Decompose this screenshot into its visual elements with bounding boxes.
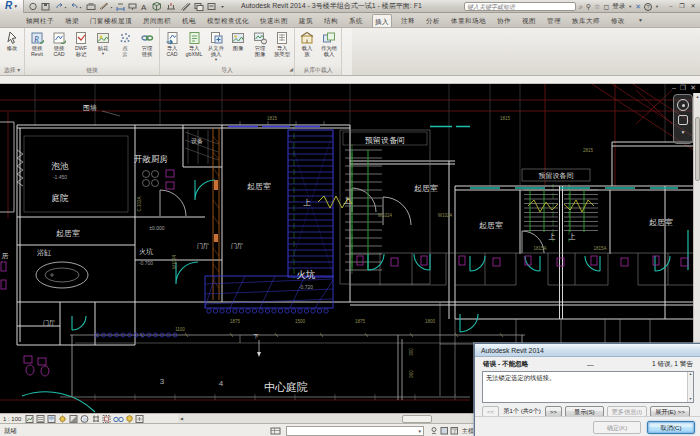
view-minimize-button[interactable]: – <box>672 84 676 92</box>
search-input[interactable] <box>464 2 576 11</box>
ribbon-tab-协作[interactable]: 协作 <box>495 14 513 27</box>
ribbon-button-图像[interactable]: 图像 ▼ <box>227 29 249 52</box>
ribbon-button-载入族[interactable]: 载入 族 ▼ <box>296 29 318 58</box>
ribbon-button-管理链接[interactable]: 管理 链接 ▼ <box>136 29 158 58</box>
print-icon[interactable] <box>87 3 95 10</box>
show-rendering-icon[interactable] <box>26 415 33 422</box>
hide-isolate-icon[interactable] <box>114 417 123 421</box>
ribbon-tab-模型检查优化[interactable]: 模型检查优化 <box>205 14 251 27</box>
close-button[interactable]: ✕ <box>688 2 698 11</box>
ribbon-button-修改[interactable]: 修改 ▼ <box>1 29 23 52</box>
favorites-icon[interactable]: ☆ <box>594 2 600 11</box>
ribbon-button-管理图像[interactable]: 管理 图像 ▼ <box>249 29 271 58</box>
text-icon[interactable]: A <box>141 3 147 12</box>
help-icon[interactable]: ? <box>644 3 652 11</box>
thin-lines-icon[interactable] <box>181 3 190 11</box>
svg-text:A: A <box>141 3 147 12</box>
ribbon-tab-插入[interactable]: 插入 <box>372 14 392 27</box>
ribbon-tab-墙梁[interactable]: 墙梁 <box>63 14 81 27</box>
ribbon-tab-房间面积[interactable]: 房间面积 <box>141 14 173 27</box>
reveal-hidden-icon[interactable] <box>127 415 133 421</box>
ribbon-button-DWF标记[interactable]: DWF 标记 ▼ <box>70 29 92 58</box>
aligned-dimension-icon[interactable] <box>117 4 124 11</box>
rendering-dialog-icon[interactable] <box>81 415 88 422</box>
section-icon[interactable] <box>167 3 175 9</box>
ribbon-tab-体量和场地[interactable]: 体量和场地 <box>449 14 488 27</box>
view-restore-button[interactable]: ❐ <box>680 84 686 92</box>
ribbon-tab-分析[interactable]: 分析 <box>424 14 442 27</box>
ribbon-button-链接Revit[interactable]: R 链接 Revit ▼ <box>26 29 48 58</box>
crop-region-icon[interactable] <box>103 415 110 422</box>
ribbon-tab-注释[interactable]: 注释 <box>399 14 417 27</box>
ribbon-tab-建筑[interactable]: 建筑 <box>297 14 315 27</box>
shadows-icon[interactable] <box>70 415 77 422</box>
minimize-button[interactable]: – <box>666 2 676 11</box>
scroll-left-arrow-icon[interactable]: ◀ <box>180 415 183 423</box>
signin-caret-icon[interactable]: ▼ <box>628 2 632 11</box>
ribbon-tab-修改[interactable]: 修改 <box>609 14 627 27</box>
sun-path-icon[interactable] <box>59 414 66 422</box>
crop-view-icon[interactable] <box>93 415 99 422</box>
save-icon[interactable] <box>42 3 49 10</box>
ribbon-tab-机电[interactable]: 机电 <box>180 14 198 27</box>
dialog-title-bar[interactable]: Autodesk Revit 2014 <box>475 344 700 357</box>
editing-requests-icon[interactable] <box>432 428 436 435</box>
ribbon-tab-门窗楼板屋顶[interactable]: 门窗楼板屋顶 <box>88 14 134 27</box>
filter-icon[interactable] <box>451 428 458 435</box>
ribbon-button-作为组载入[interactable]: 作为组 载入 ▼ <box>318 29 340 58</box>
ribbon-button-导入gbXML[interactable]: 导入 gbXML ▼ <box>183 29 205 58</box>
msg-scroll-down-icon[interactable]: ▼ <box>688 397 693 402</box>
subscription-icon[interactable]: ⚲ <box>586 2 591 11</box>
zoom-icon[interactable] <box>678 115 688 125</box>
ribbon-tab-视图[interactable]: 视图 <box>520 14 538 27</box>
dwf-markup-icon <box>73 30 89 46</box>
vertical-scroll-thumb[interactable] <box>695 117 700 181</box>
msg-scroll-up-icon[interactable]: ▲ <box>688 372 693 377</box>
ribbon-tab-快速出图[interactable]: 快速出图 <box>258 14 290 27</box>
detail-level-icon[interactable] <box>37 415 44 422</box>
tag-icon[interactable] <box>129 4 136 10</box>
visual-style-icon[interactable] <box>48 415 55 422</box>
undo-icon[interactable] <box>57 3 67 8</box>
scroll-up-arrow-icon[interactable]: ▲ <box>694 93 700 101</box>
navbar-caret-icon[interactable]: ▼ <box>681 129 686 135</box>
modify-tab-caret-icon[interactable]: ▼ <box>634 14 647 27</box>
ribbon-button-导入族类型[interactable]: 导入 族类型 ▼ <box>271 29 293 58</box>
ribbon-tab-结构[interactable]: 结构 <box>322 14 340 27</box>
open-icon[interactable] <box>30 3 36 9</box>
redo-icon[interactable] <box>72 3 82 8</box>
close-hidden-windows-icon[interactable] <box>195 3 203 10</box>
search-icon[interactable]: ⌕ <box>579 2 583 11</box>
ribbon-button-从文件插入[interactable]: 从文件 插入 ▼ <box>205 29 227 62</box>
dialog-message-scrollbar[interactable]: ▲▼ <box>687 372 693 402</box>
ok-button[interactable]: 确定(K) <box>593 421 641 434</box>
view-scale-button[interactable]: 1 : 100 <box>3 416 21 422</box>
measure-icon[interactable] <box>100 3 113 9</box>
application-menu-button[interactable]: R ▼ <box>0 0 24 13</box>
ribbon-tab-轴网柱子[interactable]: 轴网柱子 <box>24 14 56 27</box>
switch-windows-icon[interactable] <box>208 3 215 9</box>
signin-label[interactable]: 登录 <box>612 2 625 11</box>
default-3d-view-icon[interactable] <box>153 2 161 10</box>
ribbon-button-点云[interactable]: 点 云 ▼ <box>114 29 136 58</box>
help-caret-icon[interactable]: ▼ <box>655 2 659 11</box>
constraints-icon[interactable] <box>136 415 143 422</box>
cancel-button[interactable]: 取消(C) <box>647 421 695 434</box>
ribbon-tab-管理[interactable]: 管理 <box>545 14 563 27</box>
ribbon-tab-系统[interactable]: 系统 <box>347 14 365 27</box>
view-close-button[interactable]: ✕ <box>690 84 696 92</box>
ribbon-tab-族库大师[interactable]: 族库大师 <box>570 14 602 27</box>
horizontal-scroll-thumb[interactable] <box>402 415 432 423</box>
design-options-icon[interactable] <box>441 428 448 435</box>
ribbon-button-链接CAD[interactable]: 链接 CAD ▼ <box>48 29 70 58</box>
exchange-apps-icon[interactable]: ✕ <box>635 2 641 11</box>
worksets-icon[interactable] <box>270 426 282 436</box>
qat-customize-caret-icon[interactable] <box>221 6 224 8</box>
steering-wheel-icon[interactable] <box>677 99 689 111</box>
signin-user-icon[interactable]: ◻ <box>603 2 609 11</box>
ribbon-button-导入CAD[interactable]: 导入 CAD ▼ <box>161 29 183 58</box>
worksets-dropdown[interactable]: ▼ <box>286 426 424 436</box>
panel-launcher-icon[interactable]: ◢ <box>289 64 293 74</box>
ribbon-button-贴花[interactable]: 贴花 ▼ <box>92 29 114 56</box>
restore-button[interactable]: ❐ <box>677 2 687 11</box>
